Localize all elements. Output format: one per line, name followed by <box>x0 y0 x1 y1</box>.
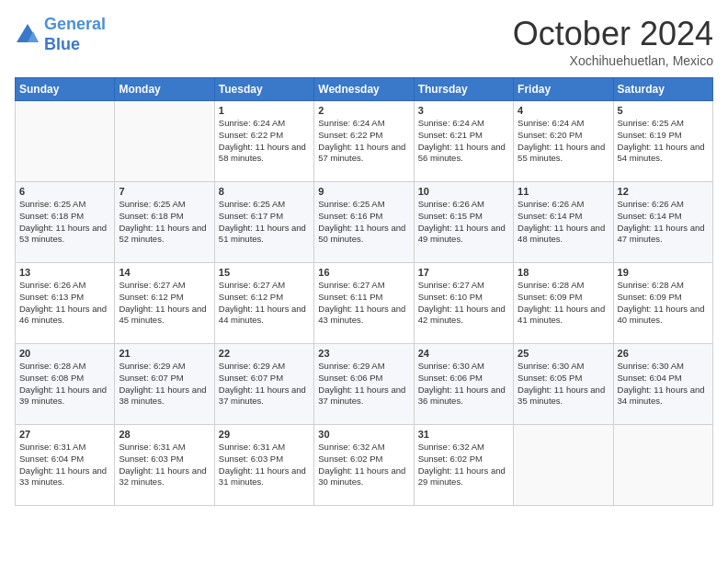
day-number: 6 <box>19 186 110 197</box>
cell-content: Sunrise: 6:27 AM Sunset: 6:12 PM Dayligh… <box>219 280 310 327</box>
location: Xochihuehuetlan, Mexico <box>513 53 713 68</box>
calendar-cell: 8Sunrise: 6:25 AM Sunset: 6:17 PM Daylig… <box>214 182 313 263</box>
page-header: General Blue October 2024 Xochihuehuetla… <box>15 15 713 68</box>
weekday-header: Friday <box>514 78 613 101</box>
day-number: 31 <box>418 429 509 440</box>
calendar-cell: 22Sunrise: 6:29 AM Sunset: 6:07 PM Dayli… <box>214 344 313 425</box>
calendar-cell: 19Sunrise: 6:28 AM Sunset: 6:09 PM Dayli… <box>613 263 712 344</box>
cell-content: Sunrise: 6:31 AM Sunset: 6:03 PM Dayligh… <box>119 442 210 488</box>
cell-content: Sunrise: 6:25 AM Sunset: 6:18 PM Dayligh… <box>119 199 210 246</box>
calendar-cell: 16Sunrise: 6:27 AM Sunset: 6:11 PM Dayli… <box>314 263 414 344</box>
calendar-cell: 1Sunrise: 6:24 AM Sunset: 6:22 PM Daylig… <box>214 101 313 182</box>
day-number: 13 <box>19 267 110 278</box>
day-number: 7 <box>119 186 210 197</box>
logo-icon <box>15 22 40 48</box>
day-number: 4 <box>518 105 609 116</box>
calendar-cell: 28Sunrise: 6:31 AM Sunset: 6:03 PM Dayli… <box>115 425 214 506</box>
day-number: 3 <box>418 105 509 116</box>
logo-text: General Blue <box>44 15 106 54</box>
day-number: 11 <box>518 186 609 197</box>
calendar-cell: 25Sunrise: 6:30 AM Sunset: 6:05 PM Dayli… <box>514 344 613 425</box>
calendar-cell: 3Sunrise: 6:24 AM Sunset: 6:21 PM Daylig… <box>414 101 513 182</box>
day-number: 17 <box>418 267 509 278</box>
calendar-cell: 21Sunrise: 6:29 AM Sunset: 6:07 PM Dayli… <box>115 344 214 425</box>
day-number: 30 <box>318 429 409 440</box>
cell-content: Sunrise: 6:24 AM Sunset: 6:22 PM Dayligh… <box>318 118 409 165</box>
calendar-cell: 9Sunrise: 6:25 AM Sunset: 6:16 PM Daylig… <box>314 182 414 263</box>
day-number: 16 <box>318 267 409 278</box>
cell-content: Sunrise: 6:32 AM Sunset: 6:02 PM Dayligh… <box>418 442 509 488</box>
cell-content: Sunrise: 6:31 AM Sunset: 6:03 PM Dayligh… <box>219 442 310 488</box>
cell-content: Sunrise: 6:29 AM Sunset: 6:07 PM Dayligh… <box>119 361 210 408</box>
calendar-week-row: 13Sunrise: 6:26 AM Sunset: 6:13 PM Dayli… <box>16 263 713 344</box>
cell-content: Sunrise: 6:25 AM Sunset: 6:19 PM Dayligh… <box>618 118 709 165</box>
day-number: 27 <box>19 429 110 440</box>
day-number: 22 <box>219 348 310 359</box>
calendar-cell: 5Sunrise: 6:25 AM Sunset: 6:19 PM Daylig… <box>613 101 712 182</box>
cell-content: Sunrise: 6:30 AM Sunset: 6:06 PM Dayligh… <box>418 361 509 408</box>
calendar-cell: 12Sunrise: 6:26 AM Sunset: 6:14 PM Dayli… <box>613 182 712 263</box>
logo-line1: General <box>44 15 106 33</box>
calendar-cell: 7Sunrise: 6:25 AM Sunset: 6:18 PM Daylig… <box>115 182 214 263</box>
calendar-cell: 27Sunrise: 6:31 AM Sunset: 6:04 PM Dayli… <box>16 425 115 506</box>
calendar-cell: 23Sunrise: 6:29 AM Sunset: 6:06 PM Dayli… <box>314 344 414 425</box>
weekday-header: Sunday <box>16 78 115 101</box>
cell-content: Sunrise: 6:30 AM Sunset: 6:05 PM Dayligh… <box>518 361 609 408</box>
calendar-table: SundayMondayTuesdayWednesdayThursdayFrid… <box>15 77 713 506</box>
calendar-header: SundayMondayTuesdayWednesdayThursdayFrid… <box>16 78 713 101</box>
calendar-cell: 31Sunrise: 6:32 AM Sunset: 6:02 PM Dayli… <box>414 425 513 506</box>
day-number: 5 <box>618 105 709 116</box>
calendar-cell: 4Sunrise: 6:24 AM Sunset: 6:20 PM Daylig… <box>514 101 613 182</box>
day-number: 2 <box>318 105 409 116</box>
cell-content: Sunrise: 6:30 AM Sunset: 6:04 PM Dayligh… <box>618 361 709 408</box>
day-number: 20 <box>19 348 110 359</box>
day-number: 12 <box>618 186 709 197</box>
cell-content: Sunrise: 6:27 AM Sunset: 6:10 PM Dayligh… <box>418 280 509 327</box>
cell-content: Sunrise: 6:25 AM Sunset: 6:18 PM Dayligh… <box>19 199 110 246</box>
cell-content: Sunrise: 6:24 AM Sunset: 6:20 PM Dayligh… <box>518 118 609 165</box>
calendar-week-row: 6Sunrise: 6:25 AM Sunset: 6:18 PM Daylig… <box>16 182 713 263</box>
calendar-cell: 20Sunrise: 6:28 AM Sunset: 6:08 PM Dayli… <box>16 344 115 425</box>
calendar-cell <box>16 101 115 182</box>
day-number: 1 <box>219 105 310 116</box>
calendar-week-row: 27Sunrise: 6:31 AM Sunset: 6:04 PM Dayli… <box>16 425 713 506</box>
calendar-cell: 14Sunrise: 6:27 AM Sunset: 6:12 PM Dayli… <box>115 263 214 344</box>
cell-content: Sunrise: 6:29 AM Sunset: 6:07 PM Dayligh… <box>219 361 310 408</box>
calendar-cell: 29Sunrise: 6:31 AM Sunset: 6:03 PM Dayli… <box>214 425 313 506</box>
month-title: October 2024 <box>513 15 713 53</box>
cell-content: Sunrise: 6:27 AM Sunset: 6:11 PM Dayligh… <box>318 280 409 327</box>
weekday-header: Tuesday <box>214 78 313 101</box>
calendar-cell <box>613 425 712 506</box>
day-number: 14 <box>119 267 210 278</box>
calendar-body: 1Sunrise: 6:24 AM Sunset: 6:22 PM Daylig… <box>16 101 713 506</box>
day-number: 21 <box>119 348 210 359</box>
cell-content: Sunrise: 6:24 AM Sunset: 6:22 PM Dayligh… <box>219 118 310 165</box>
day-number: 8 <box>219 186 310 197</box>
weekday-row: SundayMondayTuesdayWednesdayThursdayFrid… <box>16 78 713 101</box>
weekday-header: Wednesday <box>314 78 414 101</box>
day-number: 10 <box>418 186 509 197</box>
calendar-week-row: 1Sunrise: 6:24 AM Sunset: 6:22 PM Daylig… <box>16 101 713 182</box>
cell-content: Sunrise: 6:25 AM Sunset: 6:16 PM Dayligh… <box>318 199 409 246</box>
day-number: 29 <box>219 429 310 440</box>
cell-content: Sunrise: 6:27 AM Sunset: 6:12 PM Dayligh… <box>119 280 210 327</box>
calendar-cell: 13Sunrise: 6:26 AM Sunset: 6:13 PM Dayli… <box>16 263 115 344</box>
calendar-cell <box>514 425 613 506</box>
day-number: 25 <box>518 348 609 359</box>
cell-content: Sunrise: 6:26 AM Sunset: 6:14 PM Dayligh… <box>618 199 709 246</box>
logo: General Blue <box>15 15 106 54</box>
cell-content: Sunrise: 6:32 AM Sunset: 6:02 PM Dayligh… <box>318 442 409 488</box>
cell-content: Sunrise: 6:24 AM Sunset: 6:21 PM Dayligh… <box>418 118 509 165</box>
calendar-cell: 18Sunrise: 6:28 AM Sunset: 6:09 PM Dayli… <box>514 263 613 344</box>
cell-content: Sunrise: 6:28 AM Sunset: 6:09 PM Dayligh… <box>618 280 709 327</box>
weekday-header: Monday <box>115 78 214 101</box>
calendar-cell: 10Sunrise: 6:26 AM Sunset: 6:15 PM Dayli… <box>414 182 513 263</box>
day-number: 9 <box>318 186 409 197</box>
logo-line2: Blue <box>44 35 80 53</box>
day-number: 18 <box>518 267 609 278</box>
day-number: 23 <box>318 348 409 359</box>
calendar-cell: 24Sunrise: 6:30 AM Sunset: 6:06 PM Dayli… <box>414 344 513 425</box>
calendar-cell: 15Sunrise: 6:27 AM Sunset: 6:12 PM Dayli… <box>214 263 313 344</box>
calendar-cell: 6Sunrise: 6:25 AM Sunset: 6:18 PM Daylig… <box>16 182 115 263</box>
cell-content: Sunrise: 6:26 AM Sunset: 6:13 PM Dayligh… <box>19 280 110 327</box>
